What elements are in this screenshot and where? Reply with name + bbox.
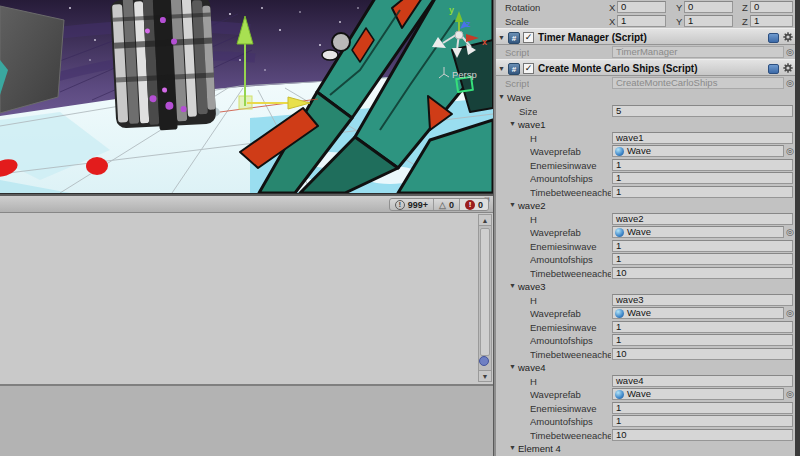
component-enabled-checkbox[interactable]: ✓ — [523, 63, 534, 74]
object-field[interactable]: Wave — [612, 388, 784, 400]
warning-count: 0 — [449, 200, 454, 210]
help-icon[interactable] — [768, 33, 779, 43]
property-label: Waveprefab — [530, 146, 581, 157]
component-title: Timer Manager (Script) — [538, 32, 647, 43]
axis-label-y: y — [449, 5, 454, 15]
gray-ship — [110, 0, 217, 133]
foldout-label: wave1 — [518, 119, 545, 130]
property-field[interactable]: wave3 — [612, 294, 793, 306]
inspector-row: ScriptTimerManager◎ — [496, 45, 795, 59]
property-label: Timebetweeneache — [530, 187, 611, 198]
property-field[interactable]: 1 — [612, 186, 793, 198]
axis-label-z: Z — [742, 2, 748, 13]
property-field[interactable]: 1 — [612, 334, 793, 346]
foldout-arrow-icon[interactable]: ▼ — [498, 93, 505, 101]
console-info-toggle[interactable]: ! 999+ — [390, 199, 433, 210]
foldout-arrow-icon[interactable]: ▼ — [498, 65, 505, 73]
axis-field-z[interactable]: 1 — [750, 15, 793, 27]
console-log-area[interactable] — [0, 214, 493, 384]
axis-label-y: Y — [676, 2, 682, 13]
inspector-row: ▼wave2 — [496, 198, 795, 212]
property-field[interactable]: 5 — [612, 105, 793, 117]
property-label: Amountofships — [530, 335, 593, 346]
object-picker-icon[interactable]: ◎ — [786, 78, 794, 88]
gear-icon[interactable] — [783, 32, 793, 42]
persp-label: Persp — [452, 69, 477, 80]
scene-viewport[interactable]: y z x Persp — [0, 0, 493, 193]
foldout-arrow-icon[interactable]: ▼ — [509, 120, 516, 128]
prefab-icon — [615, 390, 624, 399]
property-field[interactable]: 1 — [612, 253, 793, 265]
object-picker-icon[interactable]: ◎ — [786, 308, 794, 318]
axis-label-x: x — [482, 37, 487, 47]
property-label: H — [530, 295, 537, 306]
property-field[interactable]: 1 — [612, 159, 793, 171]
component-enabled-checkbox[interactable]: ✓ — [523, 32, 534, 43]
axis-field-y[interactable]: 0 — [684, 1, 733, 13]
console-toolbar: ▾▤ ! 999+ △ 0 ! 0 — [0, 196, 493, 213]
console-filter-badges: ! 999+ △ 0 ! 0 — [389, 198, 489, 211]
inspector-row: WaveprefabWave◎ — [496, 144, 795, 158]
property-field[interactable]: 10 — [612, 267, 793, 279]
component-header[interactable]: ▼#✓Create Monte Carlo Ships (Script) — [496, 59, 795, 76]
inspector-row: ScaleX1Y1Z1 — [496, 14, 795, 28]
axis-field-x[interactable]: 0 — [617, 1, 666, 13]
property-label: Enemiesinwave — [530, 403, 597, 414]
scene-render: y z x Persp — [0, 0, 493, 193]
property-field[interactable]: wave2 — [612, 213, 793, 225]
axis-field-y[interactable]: 1 — [684, 15, 733, 27]
object-picker-icon[interactable]: ◎ — [786, 227, 794, 237]
object-field[interactable]: Wave — [612, 226, 784, 238]
property-label: Waveprefab — [530, 389, 581, 400]
axis-field-z[interactable]: 0 — [750, 1, 793, 13]
inspector-panel: RotationX0Y0Z0ScaleX1Y1Z1▼#✓Timer Manage… — [496, 0, 795, 456]
scroll-down-icon[interactable]: ▼ — [479, 370, 491, 381]
object-picker-icon[interactable]: ◎ — [786, 146, 794, 156]
property-field[interactable]: 1 — [612, 402, 793, 414]
component-header[interactable]: ▼#✓Timer Manager (Script) — [496, 28, 795, 45]
inspector-row: ▼Wave — [496, 90, 795, 104]
object-field-value: Wave — [627, 227, 651, 237]
gear-icon[interactable] — [783, 63, 793, 73]
property-field[interactable]: 10 — [612, 348, 793, 360]
object-field[interactable]: Wave — [612, 145, 784, 157]
warning-icon: △ — [439, 200, 446, 210]
object-field[interactable]: Wave — [612, 307, 784, 319]
console-error-toggle[interactable]: ! 0 — [459, 199, 488, 210]
property-field[interactable]: 1 — [612, 172, 793, 184]
foldout-arrow-icon[interactable]: ▼ — [509, 363, 516, 371]
axis-label-x: X — [609, 2, 615, 13]
object-picker-icon[interactable]: ◎ — [786, 389, 794, 399]
prefab-icon — [615, 309, 624, 318]
foldout-label: wave4 — [518, 362, 545, 373]
scrollbar-thumb[interactable] — [480, 228, 490, 356]
script-object-field[interactable]: CreateMonteCarloShips — [612, 77, 784, 89]
axis-label-y: Y — [676, 16, 682, 27]
property-field[interactable]: wave4 — [612, 375, 793, 387]
inspector-row: Timebetweeneache10 — [496, 266, 795, 280]
scroll-up-icon[interactable]: ▲ — [479, 215, 491, 226]
property-field[interactable]: 1 — [612, 415, 793, 427]
inspector-row: Timebetweeneache10 — [496, 347, 795, 361]
object-picker-icon[interactable]: ◎ — [786, 47, 794, 57]
property-field[interactable]: 1 — [612, 240, 793, 252]
red-marker — [86, 157, 108, 175]
foldout-arrow-icon[interactable]: ▼ — [498, 34, 505, 42]
property-label: Amountofships — [530, 416, 593, 427]
foldout-arrow-icon[interactable]: ▼ — [509, 201, 516, 209]
inspector-row: RotationX0Y0Z0 — [496, 0, 795, 14]
help-icon[interactable] — [768, 64, 779, 74]
info-count: 999+ — [408, 200, 428, 210]
property-field[interactable]: wave1 — [612, 132, 793, 144]
inspector-row: ▼wave3 — [496, 279, 795, 293]
property-label: H — [530, 214, 537, 225]
property-field[interactable]: 1 — [612, 321, 793, 333]
property-field[interactable]: 10 — [612, 429, 793, 441]
foldout-arrow-icon[interactable]: ▼ — [509, 282, 516, 290]
console-warning-toggle[interactable]: △ 0 — [433, 199, 459, 210]
inspector-row: Enemiesinwave1 — [496, 239, 795, 253]
foldout-arrow-icon[interactable]: ▼ — [509, 444, 516, 452]
script-object-field[interactable]: TimerManager — [612, 46, 784, 58]
axis-field-x[interactable]: 1 — [617, 15, 666, 27]
inspector-row: WaveprefabWave◎ — [496, 387, 795, 401]
